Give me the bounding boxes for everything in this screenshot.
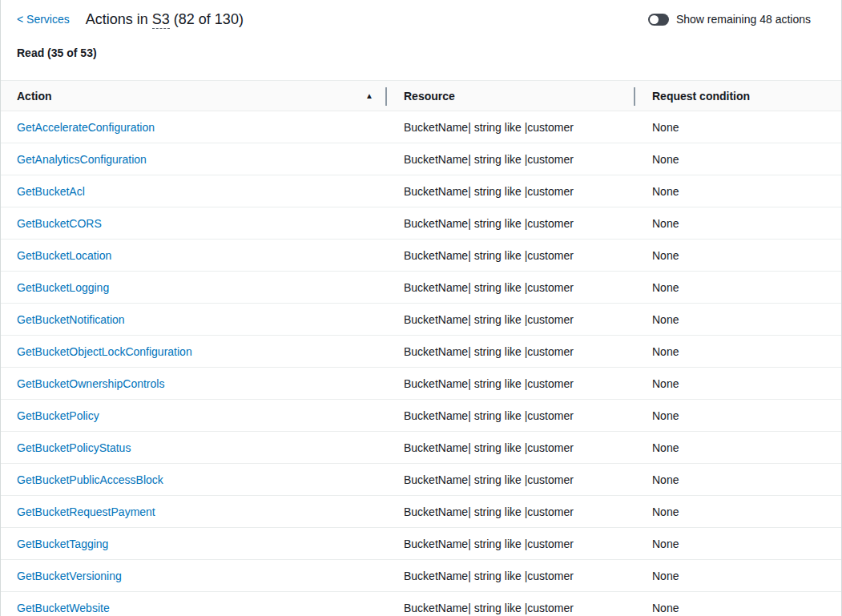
actions-table: Action ▲ Resource Request condition GetA… xyxy=(1,80,841,616)
resource-value: BucketName| string like |customer xyxy=(386,602,635,614)
request-condition-value: None xyxy=(635,153,841,166)
breadcrumb-services-link[interactable]: < Services xyxy=(17,13,70,26)
request-condition-value: None xyxy=(635,537,841,550)
table-row: GetBucketPolicy BucketName| string like … xyxy=(1,400,841,432)
request-condition-value: None xyxy=(635,121,841,134)
table-row: GetBucketVersioning BucketName| string l… xyxy=(1,560,841,592)
action-link[interactable]: GetBucketRequestPayment xyxy=(17,505,155,518)
request-condition-value: None xyxy=(635,441,841,454)
resource-value: BucketName| string like |customer xyxy=(386,217,635,230)
request-condition-value: None xyxy=(635,217,841,230)
action-link[interactable]: GetBucketWebsite xyxy=(17,602,110,614)
action-link[interactable]: GetBucketCORS xyxy=(17,217,102,230)
column-header-action[interactable]: Action ▲ xyxy=(1,90,386,103)
resource-value: BucketName| string like |customer xyxy=(386,441,635,454)
panel-header: < Services Actions in S3 (82 of 130) Sho… xyxy=(1,0,841,38)
table-row: GetBucketTagging BucketName| string like… xyxy=(1,528,841,560)
table-row: GetBucketCORS BucketName| string like |c… xyxy=(1,207,841,240)
column-header-request-condition: Request condition xyxy=(635,90,841,103)
resource-value: BucketName| string like |customer xyxy=(386,281,635,294)
table-row: GetBucketAcl BucketName| string like |cu… xyxy=(1,175,841,207)
request-condition-value: None xyxy=(635,249,841,262)
resource-value: BucketName| string like |customer xyxy=(386,249,635,262)
actions-panel: < Services Actions in S3 (82 of 130) Sho… xyxy=(0,0,842,616)
service-name-tooltip-trigger[interactable]: S3 xyxy=(152,11,170,29)
request-condition-value: None xyxy=(635,602,841,614)
table-row: GetBucketPolicyStatus BucketName| string… xyxy=(1,432,841,464)
column-divider xyxy=(385,87,387,106)
page-title-prefix: Actions in xyxy=(86,11,152,27)
resource-value: BucketName| string like |customer xyxy=(386,537,635,550)
resource-value: BucketName| string like |customer xyxy=(386,570,635,582)
resource-value: BucketName| string like |customer xyxy=(386,409,635,422)
page-title-suffix: (82 of 130) xyxy=(170,11,244,27)
column-header-action-label: Action xyxy=(17,90,52,103)
page-title: Actions in S3 (82 of 130) xyxy=(86,11,244,28)
resource-value: BucketName| string like |customer xyxy=(386,473,635,486)
table-header-row: Action ▲ Resource Request condition xyxy=(1,80,841,111)
show-remaining-control: Show remaining 48 actions xyxy=(648,13,811,26)
table-row: GetBucketWebsite BucketName| string like… xyxy=(1,592,841,616)
action-link[interactable]: GetAccelerateConfiguration xyxy=(17,121,155,134)
action-link[interactable]: GetBucketOwnershipControls xyxy=(17,377,164,390)
sort-ascending-icon[interactable]: ▲ xyxy=(365,92,373,100)
request-condition-value: None xyxy=(635,473,841,486)
table-row: GetBucketRequestPayment BucketName| stri… xyxy=(1,496,841,528)
request-condition-value: None xyxy=(635,505,841,518)
action-link[interactable]: GetBucketTagging xyxy=(17,537,108,550)
table-row: GetBucketObjectLockConfiguration BucketN… xyxy=(1,336,841,368)
table-body: GetAccelerateConfiguration BucketName| s… xyxy=(1,111,841,616)
action-link[interactable]: GetBucketNotification xyxy=(17,313,125,326)
toggle-knob xyxy=(650,15,659,24)
action-link[interactable]: GetAnalyticsConfiguration xyxy=(17,153,147,166)
table-row: GetBucketLogging BucketName| string like… xyxy=(1,272,841,304)
table-row: GetAnalyticsConfiguration BucketName| st… xyxy=(1,143,841,175)
action-link[interactable]: GetBucketObjectLockConfiguration xyxy=(17,345,192,358)
show-remaining-label: Show remaining 48 actions xyxy=(676,13,811,26)
table-row: GetBucketLocation BucketName| string lik… xyxy=(1,240,841,272)
request-condition-value: None xyxy=(635,345,841,358)
request-condition-value: None xyxy=(635,185,841,198)
access-level-heading: Read (35 of 53) xyxy=(1,45,841,61)
table-row: GetAccelerateConfiguration BucketName| s… xyxy=(1,111,841,143)
table-row: GetBucketPublicAccessBlock BucketName| s… xyxy=(1,464,841,496)
action-link[interactable]: GetBucketPublicAccessBlock xyxy=(17,473,163,486)
resource-value: BucketName| string like |customer xyxy=(386,377,635,390)
resource-value: BucketName| string like |customer xyxy=(386,185,635,198)
action-link[interactable]: GetBucketLocation xyxy=(17,249,111,262)
request-condition-value: None xyxy=(635,281,841,294)
resource-value: BucketName| string like |customer xyxy=(386,153,635,166)
resource-value: BucketName| string like |customer xyxy=(386,345,635,358)
request-condition-value: None xyxy=(635,409,841,422)
request-condition-value: None xyxy=(635,377,841,390)
action-link[interactable]: GetBucketPolicy xyxy=(17,409,99,422)
column-header-resource: Resource xyxy=(386,90,635,103)
action-link[interactable]: GetBucketVersioning xyxy=(17,570,122,582)
column-divider xyxy=(634,87,635,106)
action-link[interactable]: GetBucketLogging xyxy=(17,281,109,294)
resource-value: BucketName| string like |customer xyxy=(386,505,635,518)
request-condition-value: None xyxy=(635,570,841,582)
table-row: GetBucketOwnershipControls BucketName| s… xyxy=(1,368,841,400)
table-row: GetBucketNotification BucketName| string… xyxy=(1,304,841,336)
show-remaining-toggle[interactable] xyxy=(648,14,669,26)
resource-value: BucketName| string like |customer xyxy=(386,313,635,326)
resource-value: BucketName| string like |customer xyxy=(386,121,635,134)
action-link[interactable]: GetBucketAcl xyxy=(17,185,85,198)
action-link[interactable]: GetBucketPolicyStatus xyxy=(17,441,131,454)
request-condition-value: None xyxy=(635,313,841,326)
